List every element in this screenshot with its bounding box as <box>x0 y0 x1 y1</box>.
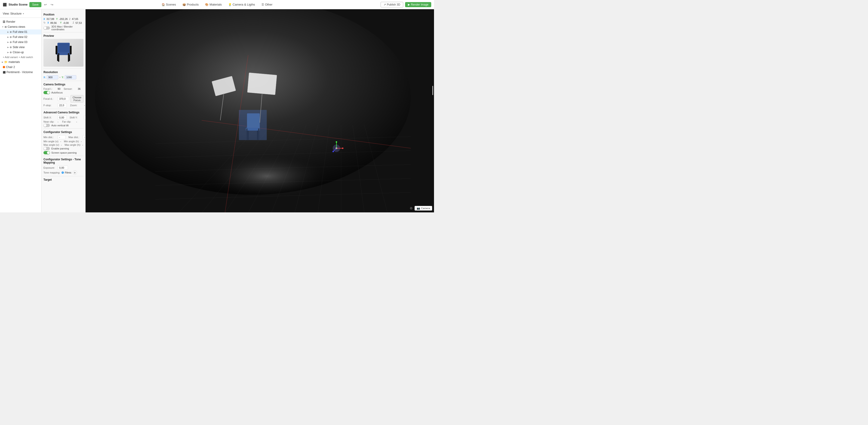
enable-panning-knob <box>44 147 46 150</box>
save-button[interactable]: Save <box>29 2 41 7</box>
render-image-button[interactable]: ▶ Render Image <box>405 2 431 7</box>
x2-icon: X <box>48 22 49 24</box>
autofocus-toggle[interactable] <box>43 91 50 94</box>
close-up-chevron-icon: ▶ <box>7 51 9 54</box>
view-selector[interactable]: View: Structure ▼ <box>0 11 41 16</box>
pos-y2: -0,00 <box>63 22 71 24</box>
sidebar-chair-2[interactable]: Chair 2 <box>0 65 41 70</box>
nav-other[interactable]: ☰ Other <box>259 1 275 8</box>
header-right: ↗ Publish 3D ▶ Render Image <box>380 2 431 7</box>
focal-value: 90 <box>58 87 60 90</box>
autofocus-label: Autofocus <box>51 91 63 94</box>
focal-d-row: Focal d.: Choose Focus <box>43 95 84 102</box>
min-angle-h-label: Min angle (h): <box>64 140 79 143</box>
nav-materials[interactable]: 🎨 Materials <box>202 1 224 8</box>
add-variant-button[interactable]: + Add variant <box>3 56 18 59</box>
materials-folder-icon: 📁 <box>4 60 8 64</box>
preview-image <box>43 39 84 67</box>
materials-label: materials <box>8 60 20 64</box>
pentimenti-icon: ⬛ <box>3 71 5 73</box>
sidebar-camera-views[interactable]: ▼ ⊞ Camera views <box>0 24 41 29</box>
chair-preview-svg <box>50 41 78 64</box>
svg-rect-37 <box>247 73 277 95</box>
sidebar-item-side-view[interactable]: ▶ ⚙ Side view <box>0 44 41 50</box>
materials-chevron-icon: ▶ <box>2 61 3 63</box>
full-view-03-label: Full view 03 <box>13 40 27 44</box>
auto-vertical-tilt-label: Auto vertical tilt <box>51 124 69 127</box>
auto-vertical-tilt-toggle[interactable] <box>43 124 50 127</box>
shift-x-input[interactable] <box>58 116 67 120</box>
sidebar-item-full-view-03[interactable]: ▶ ⚙ Full view 03 <box>0 39 41 44</box>
sidebar-materials[interactable]: ▶ 📁 materials <box>0 59 41 65</box>
resolution-x-input[interactable] <box>47 75 58 79</box>
autofocus-toggle-knob <box>47 91 50 94</box>
clip-row: Near clip: - Far clip: - <box>43 120 84 123</box>
min-angle-row: Min angle (v): - Min angle (h): - <box>43 140 84 143</box>
redo-button[interactable]: ↪ <box>50 2 54 7</box>
divider-1 <box>43 32 84 32</box>
properties-panel: Position X 317,88 Y -202,26 Z 47,65 ↻ X … <box>42 9 86 212</box>
add-switch-button[interactable]: + Add switch <box>19 56 33 59</box>
min-dist-input[interactable] <box>58 135 66 139</box>
zoom-value: - <box>84 104 85 107</box>
svg-rect-8 <box>70 46 71 54</box>
x-icon: X <box>43 18 45 20</box>
coordinates-toggle[interactable] <box>43 26 50 30</box>
resolution-y-input[interactable] <box>65 75 76 79</box>
svg-rect-1 <box>58 43 69 52</box>
focal-d-input[interactable] <box>58 97 69 101</box>
sidebar-render[interactable]: 🖼 Render <box>0 19 41 24</box>
tone-mapping-settings-button[interactable]: ⚙ <box>73 171 77 175</box>
exposure-input[interactable] <box>58 165 68 170</box>
y2-icon: Y <box>60 22 62 24</box>
auto-vertical-tilt-row: Auto vertical tilt <box>43 124 84 127</box>
z-icon: Z <box>69 18 70 20</box>
viewport-background-svg <box>86 9 434 212</box>
screen-space-panning-toggle[interactable] <box>43 151 50 154</box>
enable-panning-toggle[interactable] <box>43 147 50 150</box>
y-icon: Y <box>56 18 58 20</box>
fstop-input[interactable] <box>58 103 67 108</box>
main-layout: View: Structure ▼ 🖼 Render ▼ ⊞ Camera vi… <box>0 9 434 212</box>
near-clip-value: - <box>58 120 59 123</box>
pos-x2: 89,56 <box>51 22 59 24</box>
shift-row: Shift X: Shift Y: <box>43 116 84 120</box>
nav-scenes[interactable]: 🏠 Scenes <box>159 1 179 8</box>
chair-2-label: Chair 2 <box>6 65 15 69</box>
nav-products-label: Products <box>187 3 198 6</box>
camera-status-label: Camera <box>421 207 430 210</box>
gear-icon-02: ⚙ <box>10 36 12 38</box>
gear-icon-05: ⚙ <box>10 51 12 54</box>
viewport-status-bar: ⚙ 📷 Camera <box>410 206 432 211</box>
svg-rect-5 <box>58 53 59 62</box>
choose-focus-button[interactable]: Choose Focus <box>70 95 84 102</box>
max-dist-input[interactable] <box>83 135 86 139</box>
screen-space-panning-row: Screen space panning <box>43 151 84 154</box>
nav-camera-lights[interactable]: 💡 Camera & Ligths <box>225 1 258 8</box>
header-nav: 🏠 Scenes 📦 Products 🎨 Materials 💡 Camera… <box>159 1 275 8</box>
far-clip-value: - <box>76 120 77 123</box>
filmic-radio[interactable] <box>62 172 64 174</box>
shift-y-label: Shift Y: <box>70 116 82 119</box>
divider-6 <box>43 156 84 156</box>
sidebar: View: Structure ▼ 🖼 Render ▼ ⊞ Camera vi… <box>0 9 42 212</box>
header: ⬛ Studio Scene Save ↩ ↪ 🏠 Scenes 📦 Produ… <box>0 0 434 9</box>
nav-camera-lights-label: Camera & Ligths <box>232 3 255 6</box>
publish-3d-button[interactable]: ↗ Publish 3D <box>380 2 403 7</box>
sidebar-item-full-view-01[interactable]: ▶ ⚙ Full view 01 <box>0 29 41 34</box>
sidebar-pentimenti[interactable]: ⬛ Pentimenti - Victorine <box>0 70 41 75</box>
divider-2 <box>43 68 84 69</box>
max-angle-h-value: - <box>82 144 83 146</box>
shift-y-input[interactable] <box>84 116 86 120</box>
sidebar-item-close-up[interactable]: ▶ ⚙ Close-up <box>0 50 41 55</box>
res-x-label: X: <box>43 76 46 79</box>
sidebar-item-full-view-02[interactable]: ▶ ⚙ Full view 02 <box>0 34 41 39</box>
view-label: View: Structure <box>3 12 22 15</box>
nav-products[interactable]: 📦 Products <box>180 1 202 8</box>
coordinates-toggle-row: 3DS Max / Blender coordinates <box>43 25 84 31</box>
undo-button[interactable]: ↩ <box>43 2 48 7</box>
max-angle-h-label: Max angle (h): <box>64 144 81 146</box>
viewport-settings-icon[interactable]: ⚙ <box>410 206 413 210</box>
3d-viewport[interactable]: ⚙ 📷 Camera <box>86 9 434 212</box>
render-sidebar-label: Render <box>6 20 15 23</box>
